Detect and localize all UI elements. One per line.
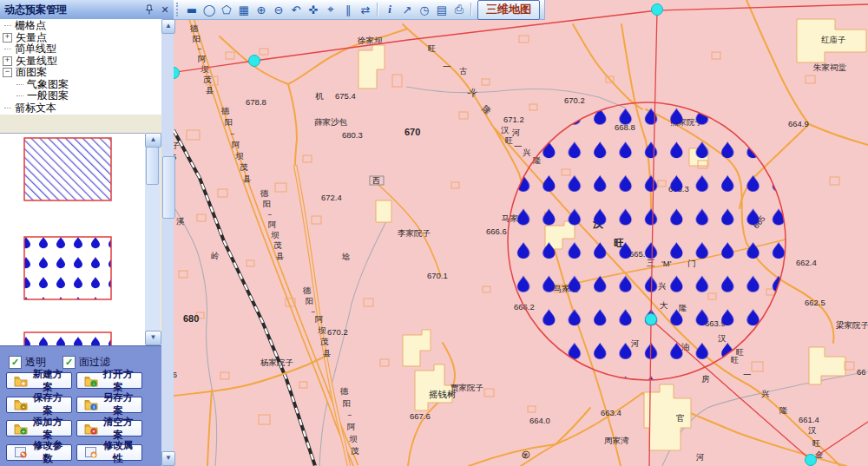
map-label: 朱家祠堂 [813,62,847,72]
grid-icon[interactable]: ▦ [235,2,253,18]
添加方案-button[interactable]: +添加方案 [6,420,72,436]
map-label: 茂 [203,75,212,84]
map-label: 672.4 [321,193,342,202]
map-label: 机 [315,91,324,101]
map-label: － [195,43,204,53]
button-label: 新建方案 [30,368,66,394]
tree-connector [16,84,23,85]
map-label: 旺 [505,135,514,145]
plan-vertex-handle[interactable] [806,455,817,466]
print-icon[interactable]: ⎙ [450,2,468,18]
tree-item-箭标文本[interactable]: 箭标文本 [0,102,161,115]
map-label: 阳 [193,34,201,43]
tree-item-气象图案[interactable]: 气象图案 [0,79,161,91]
map-label: 662.4 [796,258,817,267]
tree-item-label: 矢量点 [16,32,47,44]
tree-item-一般图案[interactable]: 一般图案 [0,90,161,102]
checkbox-icon[interactable]: ✓ [9,356,22,369]
map-label: 古 [459,66,468,75]
plan-vertex-handle[interactable] [652,4,663,16]
修改属性-button[interactable]: ◆修改属性 [76,444,142,461]
scroll-up-icon[interactable]: ▲ [145,133,161,148]
map-label: 坝 [201,64,209,74]
map-label: 一 [514,141,523,151]
修改参数-button[interactable]: ✎修改参数 [6,444,72,461]
scroll-down-icon[interactable]: ▼ [145,331,161,345]
map-label: 一 [743,370,752,379]
open-plan-folder-icon: ↓ [84,375,98,387]
expand-icon[interactable]: + [3,56,12,66]
map-label: 666.6 [486,226,507,236]
map-label: 680 [183,313,199,324]
tree-item-栅格点[interactable]: 栅格点 [0,20,161,32]
map-label: 670.2 [327,327,348,337]
zoom-out-icon[interactable]: ⊖ [270,2,287,18]
map-label: 66 [857,367,866,377]
map-label: 675.4 [335,91,356,101]
plan-vertex-handle[interactable] [646,314,657,325]
map-canvas[interactable]: 德阳－阿坝茂县德阳－阿坝茂县德阳－阿坝茂县德阳－阿坝茂县670.2德阳－阿坝茂旺… [174,0,868,466]
scroll-up-icon[interactable]: ▲ [161,19,175,34]
map-label: 县 [242,174,252,183]
layer-tree: 栅格点+矢量点简单线型+矢量线型−面图案气象图案一般图案箭标文本 [0,19,161,115]
map-label: 院子 [174,141,180,150]
collapse-icon[interactable]: − [3,68,12,77]
map-label: 岭 [211,251,220,260]
另存方案-button[interactable]: i另存方案 [76,397,142,413]
保存方案-button[interactable]: ▪保存方案 [6,397,72,413]
pause-icon[interactable]: ∥ [339,2,357,18]
tree-item-面图案[interactable]: −面图案 [0,67,161,79]
map-label: 旺 [736,347,745,357]
measure-polygon-icon[interactable]: ⬠ [218,2,235,18]
scroll-down-icon[interactable]: ▼ [161,451,175,466]
tree-item-label: 面图案 [16,67,47,79]
svg-text:★: ★ [21,381,26,386]
identify-icon[interactable]: i [381,2,398,18]
map-label: 薛家沙包 [314,117,348,127]
tree-item-简单线型[interactable]: 简单线型 [0,43,161,56]
pattern-swatch-hatch[interactable] [24,138,111,200]
tree-connector [4,49,11,49]
pattern-list-scrollbar[interactable]: ▲ ▼ [145,133,160,345]
close-icon[interactable]: ✕ [158,3,172,16]
measure-circle-icon[interactable]: ◯ [201,2,218,18]
map-label: 坝 [235,151,244,161]
map-label: 隆 [779,405,788,415]
scrollbar-thumb[interactable] [162,156,175,219]
清空方案-button[interactable]: ×清空方案 [76,420,142,436]
plan-area-circle[interactable] [508,102,786,380]
scrollbar-thumb[interactable] [146,147,159,185]
expand-icon[interactable]: + [3,33,12,43]
add-plan-folder-icon: + [14,423,28,435]
map-label: 县 [205,85,214,95]
pattern-swatch-raindrop[interactable] [24,237,111,299]
map-label: 兴 [761,389,770,398]
zoom-window-icon[interactable]: ⌖ [322,2,339,18]
tree-connector [4,25,11,26]
clock-icon[interactable]: ◷ [416,2,433,18]
pin-icon[interactable] [142,3,156,16]
map-label: 德 [339,386,349,396]
map-3d-button[interactable]: 三维地图 [477,0,540,20]
map-label: 茂 [273,240,282,250]
export-icon[interactable]: ↗ [398,2,416,18]
plan-vertex-handle[interactable] [249,56,260,67]
refresh-icon[interactable]: ⇄ [357,2,374,18]
map-label: 茂 [351,446,359,456]
新建方案-button[interactable]: ★新建方案 [6,372,72,389]
tree-item-矢量线型[interactable]: +矢量线型 [0,56,161,68]
打开方案-button[interactable]: ↓打开方案 [76,372,142,389]
toolbar-grip[interactable] [176,3,181,16]
print-preview-icon[interactable]: ▤ [433,2,450,18]
map-label: 德 [260,188,269,198]
pattern-swatch-partial[interactable] [24,332,111,346]
tree-item-label: 气象图案 [27,79,69,91]
map-label: 旺 [812,438,821,448]
measure-distance-icon[interactable]: ▬ [183,2,201,18]
zoom-in-icon[interactable]: ⊕ [253,2,270,18]
tree-item-矢量点[interactable]: +矢量点 [0,32,161,44]
previous-view-icon[interactable]: ↶ [287,2,305,18]
sidebar-scrollbar[interactable]: ▲ ▼ [161,19,174,466]
pan-icon[interactable]: ✜ [305,2,322,18]
svg-text:+: + [22,429,25,434]
